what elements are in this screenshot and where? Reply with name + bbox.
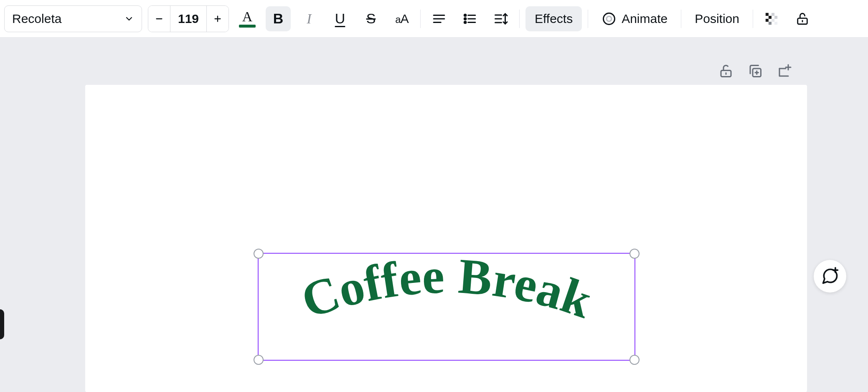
resize-handle-top-left[interactable] (254, 249, 264, 259)
line-spacing-icon (493, 11, 508, 26)
add-page-icon (777, 64, 792, 79)
resize-handle-top-right[interactable] (629, 249, 640, 259)
svg-rect-23 (772, 19, 774, 22)
unlock-icon (718, 64, 733, 79)
font-family-dropdown[interactable]: Recoleta (4, 5, 142, 32)
page-lock-button[interactable] (717, 62, 735, 80)
svg-rect-19 (772, 13, 774, 15)
bold-button[interactable]: B (266, 6, 291, 31)
font-name-label: Recoleta (12, 12, 61, 26)
italic-icon: I (307, 11, 311, 27)
letter-case-icon: aA (395, 12, 408, 26)
svg-point-6 (464, 14, 466, 16)
text-format-toolbar: Recoleta A B I U S aA (0, 0, 868, 38)
comment-plus-icon (821, 267, 839, 285)
transparency-icon (764, 12, 779, 26)
svg-rect-22 (766, 19, 769, 22)
duplicate-page-button[interactable] (746, 62, 764, 80)
letter-case-button[interactable]: aA (389, 6, 414, 31)
toolbar-divider (420, 10, 421, 28)
font-size-stepper (148, 5, 229, 32)
italic-button[interactable]: I (297, 6, 322, 31)
position-button[interactable]: Position (687, 6, 747, 31)
effects-button[interactable]: Effects (525, 6, 582, 31)
increase-font-size-button[interactable] (207, 6, 228, 32)
text-color-letter: A (242, 10, 253, 24)
svg-text:Coffee Break: Coffee Break (294, 248, 599, 329)
resize-handle-bottom-right[interactable] (629, 355, 640, 365)
text-selection-box[interactable]: Coffee Break (258, 253, 635, 361)
add-comment-button[interactable] (814, 260, 846, 293)
strikethrough-icon: S (366, 10, 376, 27)
canvas-area[interactable]: Coffee Break (0, 38, 868, 392)
lock-icon (795, 12, 810, 26)
strikethrough-button[interactable]: S (358, 6, 383, 31)
expand-side-panel-handle[interactable] (0, 309, 4, 339)
align-left-icon (432, 12, 446, 26)
bullet-list-icon (463, 12, 477, 26)
text-align-button[interactable] (426, 6, 452, 31)
bullet-list-button[interactable] (457, 6, 482, 31)
animate-icon (602, 11, 617, 26)
animate-button[interactable]: Animate (594, 6, 675, 31)
page-tools (717, 62, 794, 80)
font-size-input[interactable] (170, 6, 207, 32)
lock-button[interactable] (790, 6, 815, 31)
underline-icon: U (335, 10, 345, 27)
svg-point-8 (464, 21, 466, 23)
resize-handle-bottom-left[interactable] (254, 355, 264, 365)
svg-point-7 (464, 18, 466, 20)
svg-rect-25 (774, 22, 777, 25)
chevron-down-icon (124, 14, 134, 24)
decrease-font-size-button[interactable] (148, 6, 170, 32)
add-page-button[interactable] (775, 62, 794, 80)
bold-icon: B (273, 10, 284, 27)
toolbar-divider (588, 10, 588, 28)
line-spacing-button[interactable] (488, 6, 513, 31)
svg-rect-21 (774, 15, 777, 18)
canvas-text-content[interactable]: Coffee Break (294, 248, 599, 329)
svg-rect-20 (769, 15, 772, 18)
toolbar-divider (519, 10, 520, 28)
animate-label: Animate (622, 12, 667, 26)
svg-point-16 (604, 13, 615, 24)
curved-text-element[interactable]: Coffee Break (259, 254, 635, 360)
toolbar-divider (753, 10, 753, 28)
duplicate-icon (748, 64, 763, 79)
svg-rect-18 (766, 13, 769, 15)
effects-label: Effects (535, 12, 573, 26)
position-label: Position (695, 12, 739, 26)
toolbar-divider (681, 10, 681, 28)
svg-point-17 (607, 16, 612, 21)
text-color-swatch (239, 25, 256, 28)
text-color-button[interactable]: A (235, 6, 260, 31)
transparency-button[interactable] (759, 6, 784, 31)
svg-rect-24 (769, 22, 772, 25)
underline-button[interactable]: U (327, 6, 353, 31)
